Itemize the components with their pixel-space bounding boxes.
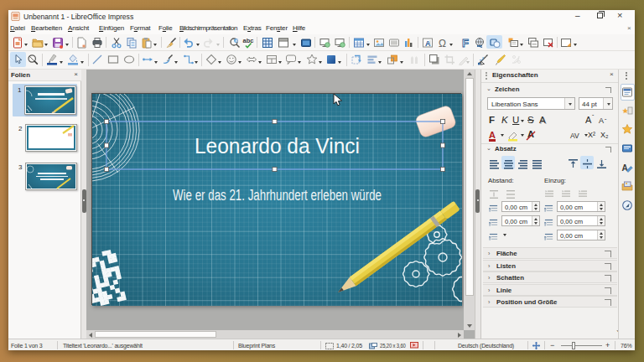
svg-text:F: F (462, 37, 469, 49)
svg-text:a: a (235, 38, 237, 43)
svg-text:Leonardo da Vinci: Leonardo da Vinci (195, 133, 360, 158)
svg-text:Wie er das 21. Jahrhundert erl: Wie er das 21. Jahrhundert erleben würde (173, 187, 382, 204)
svg-text:Ω: Ω (439, 38, 446, 49)
svg-text:abc: abc (242, 37, 253, 44)
